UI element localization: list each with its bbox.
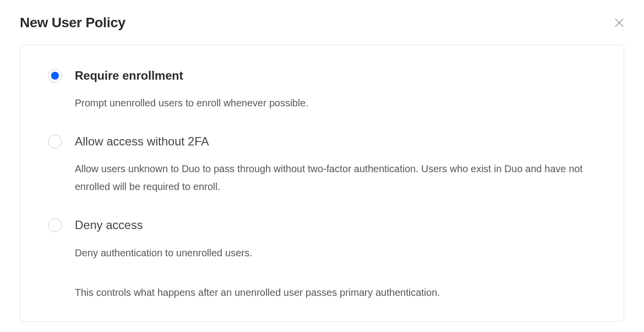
option-description: Prompt unenrolled users to enroll whenev…: [75, 94, 596, 112]
page-title: New User Policy: [20, 15, 125, 31]
option-require-enrollment[interactable]: Require enrollment Prompt unenrolled use…: [48, 68, 596, 112]
option-body: Require enrollment Prompt unenrolled use…: [75, 68, 596, 112]
policy-panel: New User Policy Require enrollment Promp…: [0, 0, 644, 332]
option-body: Allow access without 2FA Allow users unk…: [75, 134, 596, 195]
option-body: Deny access Deny authentication to unenr…: [75, 217, 596, 261]
option-title: Deny access: [75, 217, 596, 233]
footer-note: This controls what happens after an unen…: [75, 284, 596, 301]
option-title: Allow access without 2FA: [75, 134, 596, 149]
radio-allow-without-2fa[interactable]: [48, 135, 62, 148]
header: New User Policy: [20, 15, 624, 31]
options-card: Require enrollment Prompt unenrolled use…: [20, 45, 624, 322]
radio-deny-access[interactable]: [48, 218, 62, 232]
radio-require-enrollment[interactable]: [48, 69, 62, 83]
option-description: Allow users unknown to Duo to pass throu…: [75, 160, 596, 195]
option-description: Deny authentication to unenrolled users.: [75, 244, 596, 262]
close-icon[interactable]: [614, 18, 624, 28]
option-deny-access[interactable]: Deny access Deny authentication to unenr…: [48, 217, 596, 261]
option-title: Require enrollment: [75, 68, 596, 83]
option-allow-without-2fa[interactable]: Allow access without 2FA Allow users unk…: [48, 134, 596, 195]
